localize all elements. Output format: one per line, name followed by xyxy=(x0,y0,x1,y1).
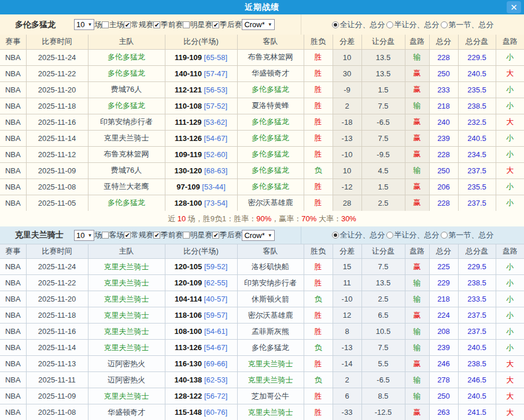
source-select[interactable]: Crow* ▼ xyxy=(242,19,274,30)
team-name: 克里夫兰骑士 xyxy=(15,230,74,240)
over-under-cell: 大 xyxy=(496,162,524,179)
final-score: 108-100 xyxy=(175,327,202,336)
radio-button[interactable] xyxy=(441,232,448,239)
checkbox-box[interactable]: ✔ xyxy=(153,21,160,28)
checkbox-box[interactable] xyxy=(183,21,190,28)
handicap-result-cell: 赢 xyxy=(405,259,429,275)
games-count-select[interactable]: 10 ▼ xyxy=(74,19,94,30)
half-time-score: [68-63] xyxy=(204,166,227,175)
date-cell: 2025-11-11 xyxy=(26,372,88,388)
close-icon[interactable]: ✕ xyxy=(507,1,521,13)
checkbox-box[interactable]: ✔ xyxy=(124,21,131,28)
radio-button[interactable] xyxy=(386,21,393,28)
filter-checkbox[interactable]: ✔季后赛 xyxy=(212,20,242,30)
home-team-cell: 多伦多猛龙 xyxy=(88,98,165,114)
stat-mode-radio[interactable]: 半让分、总分 xyxy=(386,230,440,240)
home-team-cell: 克里夫兰骑士 xyxy=(88,307,165,324)
total-line-cell: 233.5 xyxy=(458,291,496,307)
over-under-cell: 大 xyxy=(496,404,524,420)
recent-games-table-raptors: 赛事比赛时间主队比分(半场)客队胜负分差让分盘盘路总分总分盘盘路 NBA2025… xyxy=(0,35,524,211)
radio-button[interactable] xyxy=(332,21,339,28)
league-cell: NBA xyxy=(0,259,26,275)
result-cell: 胜 xyxy=(304,404,333,420)
total-points-cell: 225 xyxy=(429,259,458,275)
column-header: 主队 xyxy=(88,35,165,49)
away-team-cell: 多伦多猛龙 xyxy=(237,114,304,130)
radio-button[interactable] xyxy=(332,232,339,239)
away-team-cell: 多伦多猛龙 xyxy=(237,162,304,179)
half-time-score: [73-54] xyxy=(204,199,227,207)
table-row: NBA2025-11-18克里夫兰骑士118-106 [59-57]密尔沃基雄鹿… xyxy=(0,307,524,324)
filter-checkbox[interactable]: ✔季后赛 xyxy=(212,230,242,240)
column-header: 赛事 xyxy=(0,244,26,259)
filter-checkbox[interactable]: 主场 xyxy=(102,20,124,30)
league-cell: NBA xyxy=(0,195,26,211)
checkbox-box[interactable] xyxy=(183,232,190,239)
league-cell: NBA xyxy=(0,179,26,195)
games-count-select[interactable]: 10 ▼ xyxy=(74,230,94,241)
checkbox-label: 季前赛 xyxy=(160,230,183,240)
total-points-cell: 218 xyxy=(429,98,458,114)
table-row: NBA2025-11-24克里夫兰骑士120-105 [59-52]洛杉矶快船胜… xyxy=(0,259,524,275)
filter-checkbox[interactable]: ✔季前赛 xyxy=(153,20,183,30)
handicap-result-cell: 赢 xyxy=(405,179,429,195)
filter-checkbox[interactable]: ✔季前赛 xyxy=(153,230,183,240)
table-row: NBA2025-11-11迈阿密热火140-138 [62-53]克里夫兰骑士负… xyxy=(0,372,524,388)
filter-checkbox[interactable]: 明星赛 xyxy=(183,230,212,240)
checkbox-box[interactable]: ✔ xyxy=(124,232,131,239)
stat-mode-radio[interactable]: 全让分、总分 xyxy=(332,20,385,30)
checkbox-box[interactable] xyxy=(102,232,109,239)
checkbox-label: 明星赛 xyxy=(190,20,212,30)
filter-checkbox[interactable]: ✔常规赛 xyxy=(124,230,153,240)
checkbox-group: 客场✔常规赛✔季前赛明星赛✔季后赛 xyxy=(102,230,242,240)
handicap-result-cell: 赢 xyxy=(405,81,429,98)
stat-mode-radio[interactable]: 第一节、总分 xyxy=(441,230,494,240)
half-time-score: [59-52] xyxy=(204,262,227,271)
total-points-cell: 224 xyxy=(429,307,458,324)
home-team-cell: 亚特兰大老鹰 xyxy=(88,179,165,195)
radio-group: 全让分、总分半让分、总分第一节、总分 xyxy=(301,14,524,35)
handicap-line-cell: 2.5 xyxy=(361,291,405,307)
point-diff-cell: 6 xyxy=(333,388,361,404)
checkbox-box[interactable]: ✔ xyxy=(153,232,160,239)
column-header: 胜负 xyxy=(304,35,333,49)
result-cell: 负 xyxy=(304,340,333,356)
half-time-score: [65-58] xyxy=(204,53,227,62)
over-under-cell: 大 xyxy=(496,65,524,81)
total-points-cell: 208 xyxy=(429,324,458,340)
home-team-cell: 克里夫兰骑士 xyxy=(88,275,165,291)
table-row: NBA2025-11-22多伦多猛龙140-110 [57-47]华盛顿奇才胜3… xyxy=(0,65,524,81)
checkbox-box[interactable]: ✔ xyxy=(212,232,219,239)
source-select[interactable]: Crow* ▼ xyxy=(242,230,274,241)
half-time-score: [56-72] xyxy=(204,392,227,400)
radio-button[interactable] xyxy=(386,232,393,239)
handicap-result-cell: 输 xyxy=(405,162,429,179)
radio-label: 全让分、总分 xyxy=(340,230,385,240)
over-under-cell: 小 xyxy=(496,307,524,324)
over-under-cell: 小 xyxy=(496,275,524,291)
point-diff-cell: 15 xyxy=(333,259,361,275)
checkbox-box[interactable] xyxy=(102,21,109,28)
half-time-score: [60-76] xyxy=(204,408,227,417)
handicap-line-cell: 13.5 xyxy=(361,65,405,81)
score-cell: 120-105 [59-52] xyxy=(165,259,237,275)
stat-mode-radio[interactable]: 第一节、总分 xyxy=(441,20,494,30)
stat-mode-radio[interactable]: 全让分、总分 xyxy=(332,230,385,240)
radio-button[interactable] xyxy=(441,21,448,28)
date-cell: 2025-11-08 xyxy=(26,404,88,420)
checkbox-box[interactable]: ✔ xyxy=(212,21,219,28)
handicap-result-cell: 输 xyxy=(405,49,429,65)
filter-checkbox[interactable]: 明星赛 xyxy=(183,20,212,30)
handicap-line-cell: 4.5 xyxy=(361,162,405,179)
home-team-cell: 克里夫兰骑士 xyxy=(88,340,165,356)
filter-checkbox[interactable]: 客场 xyxy=(102,230,124,240)
date-cell: 2025-11-20 xyxy=(26,81,88,98)
stat-mode-radio[interactable]: 半让分、总分 xyxy=(386,20,440,30)
half-time-score: [57-47] xyxy=(204,69,227,78)
home-team-cell: 克里夫兰骑士 xyxy=(88,130,165,146)
filter-checkbox[interactable]: ✔常规赛 xyxy=(124,20,153,30)
summary-text: 10 xyxy=(178,214,186,223)
half-time-score: [53-62] xyxy=(204,118,227,127)
over-under-cell: 小 xyxy=(496,81,524,98)
table-row: NBA2025-11-22克里夫兰骑士120-109 [62-55]印第安纳步行… xyxy=(0,275,524,291)
